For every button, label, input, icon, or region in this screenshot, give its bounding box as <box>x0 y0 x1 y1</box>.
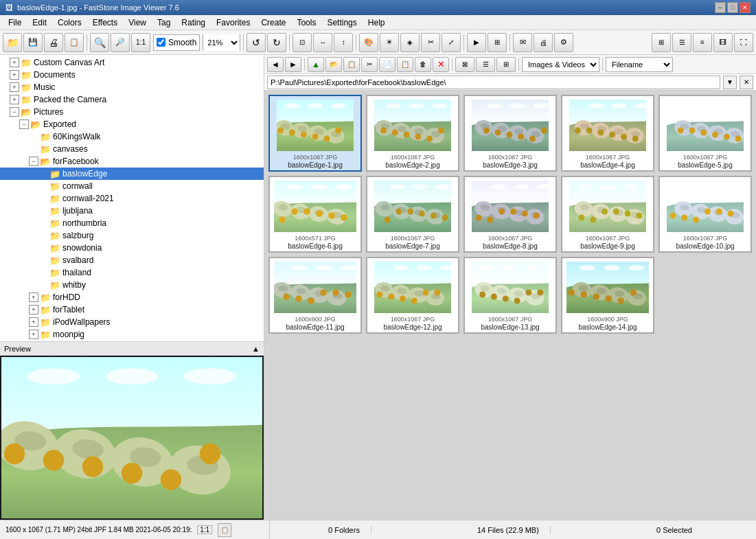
crop-button[interactable]: ✂ <box>421 33 440 52</box>
tree-item-cornwall[interactable]: 📁cornwall <box>0 180 264 192</box>
menu-tag[interactable]: Tag <box>152 15 176 30</box>
expander-documents[interactable]: + <box>10 70 19 80</box>
menu-rating[interactable]: Rating <box>176 15 211 30</box>
tree-item-60kingsWalk[interactable]: 📁60KingsWalk <box>0 130 264 143</box>
list-view-button[interactable]: ☰ <box>672 33 691 52</box>
sharpen-button[interactable]: ◈ <box>400 33 420 52</box>
tree-item-forHDD[interactable]: +📁forHDD <box>0 291 264 303</box>
compare-button[interactable]: ⊞ <box>488 33 507 52</box>
image-cell-3[interactable]: 1600x1067 JPGbaslowEdge-3.jpg <box>463 95 557 172</box>
tree-item-documents[interactable]: +📁Documents <box>0 69 264 81</box>
email-button[interactable]: ✉ <box>513 33 532 52</box>
color-button[interactable]: 🎨 <box>359 33 378 52</box>
expander-iPodWallpapers[interactable]: + <box>29 317 38 327</box>
nav-btn7[interactable]: 🗑 <box>415 57 431 72</box>
brightness-button[interactable]: ☀ <box>380 33 399 52</box>
tree-item-iPodWallpapers[interactable]: +📁iPodWallpapers <box>0 316 264 328</box>
grid-toggle-button[interactable]: ⊞ <box>496 57 516 72</box>
select-all-button[interactable]: ⊠ <box>455 57 474 72</box>
thumb-view-button[interactable]: ⊞ <box>652 33 671 52</box>
tree-item-exported[interactable]: −📂Exported <box>0 118 264 130</box>
menu-view[interactable]: View <box>123 15 152 30</box>
image-cell-10[interactable]: 1600x1067 JPGbaslowEdge-10.jpg <box>658 176 752 253</box>
expander-exported[interactable]: − <box>19 119 29 129</box>
preview-toggle[interactable]: ▲ <box>252 345 260 353</box>
tree-item-packed-camera[interactable]: +📁Packed the Camera <box>0 93 264 106</box>
menu-settings[interactable]: Settings <box>321 15 362 30</box>
close-button[interactable]: ✕ <box>740 2 751 13</box>
expander-forTablet[interactable]: + <box>29 305 38 314</box>
menu-tools[interactable]: Tools <box>291 15 321 30</box>
path-go-button[interactable]: ▼ <box>723 76 737 89</box>
nav-btn3[interactable]: 📋 <box>343 57 360 72</box>
tree-item-canvases[interactable]: 📁canvases <box>0 143 264 155</box>
zoom-in-button[interactable]: 🔍 <box>90 33 109 52</box>
image-cell-1[interactable]: 1600x1067 JPGbaslowEdge-1.jpg <box>268 95 362 172</box>
expander-forFacebook[interactable]: − <box>29 157 38 166</box>
image-cell-4[interactable]: 1600x1067 JPGbaslowEdge-4.jpg <box>561 95 654 172</box>
smooth-label[interactable]: Smooth <box>168 38 196 47</box>
tree-item-moonpig[interactable]: +📁moonpig <box>0 328 264 341</box>
filter-select[interactable]: Images & Videos Images Only Videos Only … <box>522 57 599 72</box>
copy-button[interactable]: 📋 <box>65 33 84 52</box>
tree-item-thailand[interactable]: 📁thailand <box>0 266 264 279</box>
settings-button[interactable]: ⚙ <box>554 33 573 52</box>
fit-height-button[interactable]: ↕ <box>334 33 353 52</box>
tree-area[interactable]: +📁Custom Canvas Art+📁Documents+📁Music+📁P… <box>0 55 264 341</box>
image-cell-2[interactable]: 1600x1067 JPGbaslowEdge-2.jpg <box>366 95 459 172</box>
nav-btn4[interactable]: ✂ <box>361 57 378 72</box>
menu-favorites[interactable]: Favorites <box>211 15 255 30</box>
save-button[interactable]: 💾 <box>23 33 43 52</box>
image-cell-11[interactable]: 1600x900 JPGbaslowEdge-11.jpg <box>268 257 362 334</box>
tree-item-pictures[interactable]: −📂Pictures <box>0 106 264 118</box>
expander-forHDD[interactable]: + <box>29 293 38 302</box>
menu-file[interactable]: File <box>3 15 27 30</box>
filmstrip-button[interactable]: 🎞 <box>713 33 733 52</box>
tree-item-northumbria[interactable]: 📁northumbria <box>0 217 264 229</box>
path-clear-button[interactable]: ✕ <box>740 76 753 89</box>
minimize-button[interactable]: ─ <box>715 2 726 13</box>
tree-item-baslowEdge[interactable]: 📁baslowEdge <box>0 168 264 180</box>
nav-btn6[interactable]: 📋 <box>397 57 413 72</box>
fit-window-button[interactable]: ⊡ <box>293 33 312 52</box>
image-cell-6[interactable]: 1600x571 JPGbaslowEdge-6.jpg <box>268 176 362 253</box>
expander-custom-canvas[interactable]: + <box>10 58 19 67</box>
tree-item-svalbard[interactable]: 📁svalbard <box>0 254 264 266</box>
sort-select[interactable]: Filename Date Modified Size Type <box>606 57 673 72</box>
tree-item-snowdonia[interactable]: 📁snowdonia <box>0 242 264 254</box>
detail-view-button[interactable]: ≡ <box>693 33 712 52</box>
slideshow-button[interactable]: ▶ <box>467 33 486 52</box>
back-button[interactable]: ◄ <box>267 57 284 72</box>
forward-button[interactable]: ► <box>285 57 301 72</box>
tree-item-whitby[interactable]: 📁whitby <box>0 279 264 291</box>
view-toggle-button[interactable]: ☰ <box>476 57 495 72</box>
image-cell-13[interactable]: 1600x1067 JPGbaslowEdge-13.jpg <box>463 257 557 334</box>
nav-btn2[interactable]: 📂 <box>325 57 342 72</box>
rotate-right-button[interactable]: ↻ <box>267 33 286 52</box>
smooth-checkbox[interactable] <box>157 38 165 47</box>
tree-item-salzburg[interactable]: 📁salzburg <box>0 229 264 242</box>
tree-item-music[interactable]: +📁Music <box>0 81 264 93</box>
menu-effects[interactable]: Effects <box>87 15 123 30</box>
image-cell-9[interactable]: 1600x1067 JPGbaslowEdge-9.jpg <box>561 176 654 253</box>
tree-item-ljubljana[interactable]: 📁ljubljana <box>0 205 264 217</box>
expander-packed-camera[interactable]: + <box>10 95 19 104</box>
nav-btn1[interactable]: ▲ <box>308 57 324 72</box>
resize-button[interactable]: ⤢ <box>442 33 461 52</box>
menu-colors[interactable]: Colors <box>52 15 87 30</box>
image-cell-14[interactable]: 1600x900 JPGbaslowEdge-14.jpg <box>561 257 654 334</box>
tree-item-custom-canvas[interactable]: +📁Custom Canvas Art <box>0 56 264 69</box>
expander-music[interactable]: + <box>10 82 19 92</box>
path-input[interactable]: P:\Paul\Pictures\Exported\forFacebook\ba… <box>267 76 720 89</box>
zoom-select[interactable]: 5%10%15%21%25%33%50%75%100% <box>203 34 240 51</box>
tree-item-forFacebook[interactable]: −📂forFacebook <box>0 155 264 168</box>
tree-item-forTablet[interactable]: +📁forTablet <box>0 303 264 316</box>
rotate-left-button[interactable]: ↺ <box>247 33 266 52</box>
nav-btn5[interactable]: 📄 <box>379 57 396 72</box>
open-button[interactable]: 📁 <box>3 33 22 52</box>
copy-to-clipboard-button[interactable]: 📋 <box>218 523 231 537</box>
image-cell-5[interactable]: 1600x1067 JPGbaslowEdge-5.jpg <box>658 95 752 172</box>
print-button[interactable]: 🖨 <box>44 33 63 52</box>
print2-button[interactable]: 🖨 <box>534 33 553 52</box>
image-cell-8[interactable]: 1600x1067 JPGbaslowEdge-8.jpg <box>463 176 557 253</box>
